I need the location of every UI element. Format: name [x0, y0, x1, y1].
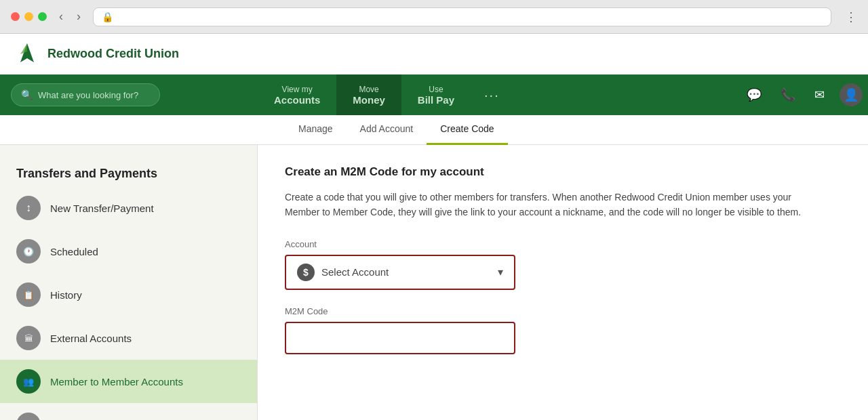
- browser-chrome: ‹ › 🔒 ⋮: [0, 0, 868, 34]
- logo-bar: Redwood Credit Union: [0, 34, 868, 75]
- sub-nav-add-account[interactable]: Add Account: [347, 115, 427, 145]
- chevron-down-icon: ▾: [498, 266, 503, 278]
- content-area: Transfers and Payments ↕ New Transfer/Pa…: [0, 145, 868, 420]
- nav-bill-bottom-label: Bill Pay: [418, 94, 454, 106]
- browser-nav-buttons: ‹ ›: [55, 8, 85, 25]
- main-description: Create a code that you will give to othe…: [285, 190, 814, 220]
- select-account-text: Select Account: [321, 266, 389, 278]
- nav-bill-top-label: Use: [429, 85, 443, 94]
- address-bar[interactable]: 🔒: [93, 7, 831, 26]
- main-content: Create an M2M Code for my account Create…: [258, 145, 868, 420]
- sidebar-label-new-transfer: New Transfer/Payment: [50, 203, 154, 214]
- nav-actions: 💬 📞 ✉ 👤: [737, 75, 868, 115]
- dollar-icon: $: [297, 264, 315, 281]
- close-button-traffic[interactable]: [11, 12, 20, 21]
- select-account-dropdown[interactable]: $ Select Account ▾: [285, 255, 515, 290]
- nav-items: View my Accounts Move Money Use Bill Pay…: [258, 75, 737, 115]
- sidebar-item-send-money[interactable]: 📤 Send Money (RCUpay): [0, 403, 257, 420]
- sidebar-label-member-to-member: Member to Member Accounts: [50, 376, 183, 387]
- phone-icon: 📞: [781, 87, 795, 102]
- send-money-icon: 📤: [16, 413, 41, 420]
- nav-more-button[interactable]: ···: [471, 75, 513, 115]
- nav-item-move-money[interactable]: Move Money: [336, 75, 401, 115]
- lock-icon: 🔒: [102, 12, 113, 22]
- new-transfer-icon: ↕: [16, 196, 41, 220]
- nav-bar: 🔍 What are you looking for? View my Acco…: [0, 75, 868, 115]
- logo-text: Redwood Credit Union: [47, 47, 179, 61]
- app-container: Redwood Credit Union 🔍 What are you look…: [0, 34, 868, 420]
- nav-move-top-label: Move: [359, 85, 378, 94]
- phone-button[interactable]: 📞: [771, 75, 805, 115]
- nav-item-use-bill-pay[interactable]: Use Bill Pay: [401, 75, 471, 115]
- search-area: 🔍 What are you looking for?: [0, 75, 258, 115]
- m2m-code-input[interactable]: [285, 322, 515, 354]
- history-icon: 📋: [16, 282, 41, 307]
- sidebar-item-member-to-member[interactable]: 👥 Member to Member Accounts: [0, 360, 257, 403]
- nav-item-view-my-accounts[interactable]: View my Accounts: [258, 75, 336, 115]
- browser-forward-button[interactable]: ›: [73, 8, 85, 25]
- member-to-member-icon: 👥: [16, 369, 41, 394]
- search-placeholder-text: What are you looking for?: [38, 90, 138, 100]
- sidebar-label-history: History: [50, 289, 82, 301]
- sidebar-item-external-accounts[interactable]: 🏛 External Accounts: [0, 316, 257, 360]
- rcu-logo-icon: [14, 41, 41, 68]
- main-heading: Create an M2M Code for my account: [285, 165, 841, 179]
- sidebar-section-title: Transfers and Payments: [0, 156, 257, 186]
- browser-back-button[interactable]: ‹: [55, 8, 67, 25]
- mail-button[interactable]: ✉: [805, 75, 834, 115]
- sidebar-label-scheduled: Scheduled: [50, 246, 98, 257]
- sidebar-item-new-transfer[interactable]: ↕ New Transfer/Payment: [0, 186, 257, 230]
- sidebar: Transfers and Payments ↕ New Transfer/Pa…: [0, 145, 258, 420]
- sub-nav-manage[interactable]: Manage: [285, 115, 347, 145]
- browser-more-icon: ⋮: [845, 9, 857, 24]
- sidebar-label-external-accounts: External Accounts: [50, 333, 132, 344]
- search-icon: 🔍: [21, 89, 33, 100]
- scheduled-icon: 🕐: [16, 239, 41, 264]
- mail-icon: ✉: [814, 87, 825, 102]
- nav-move-bottom-label: Money: [353, 94, 385, 106]
- nav-view-top-label: View my: [282, 85, 313, 94]
- nav-view-bottom-label: Accounts: [274, 94, 320, 106]
- sidebar-item-history[interactable]: 📋 History: [0, 273, 257, 316]
- account-field-label: Account: [285, 239, 841, 249]
- logo-area: Redwood Credit Union: [14, 41, 179, 68]
- traffic-lights: [11, 12, 47, 21]
- minimize-button-traffic[interactable]: [24, 12, 33, 21]
- chat-icon: 💬: [747, 87, 762, 102]
- user-avatar-button[interactable]: 👤: [840, 83, 863, 106]
- user-icon: 👤: [844, 87, 859, 102]
- fullscreen-button-traffic[interactable]: [38, 12, 47, 21]
- sub-nav: Manage Add Account Create Code: [0, 115, 868, 145]
- select-inner: $ Select Account: [297, 264, 389, 281]
- sidebar-item-scheduled[interactable]: 🕐 Scheduled: [0, 230, 257, 273]
- m2m-code-label: M2M Code: [285, 306, 841, 316]
- search-box[interactable]: 🔍 What are you looking for?: [11, 83, 160, 106]
- chat-button[interactable]: 💬: [737, 75, 771, 115]
- sub-nav-create-code[interactable]: Create Code: [427, 115, 507, 145]
- external-accounts-icon: 🏛: [16, 326, 41, 350]
